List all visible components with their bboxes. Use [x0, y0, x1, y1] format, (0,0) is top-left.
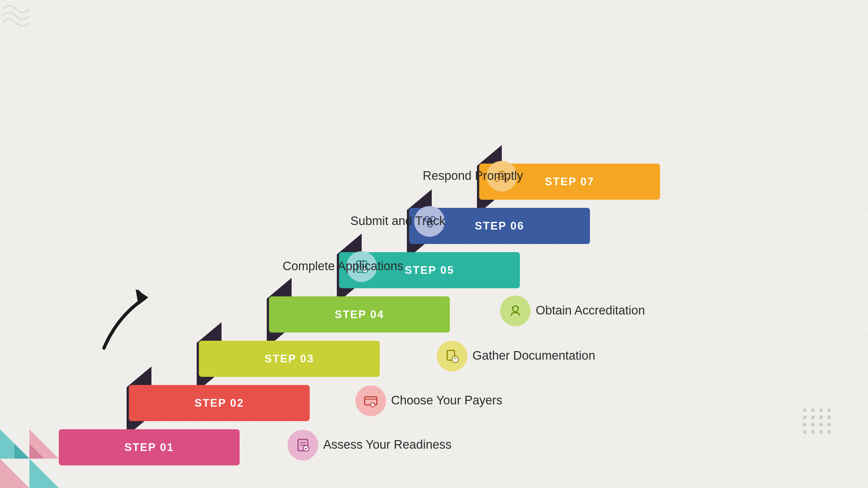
staircase-diagram: STEP 01STEP 02STEP 03STEP 04STEP 05STEP … — [59, 104, 827, 465]
svg-point-12 — [371, 403, 375, 407]
step-bar-2: STEP 02 — [129, 385, 310, 421]
step5-label: Complete Applications — [283, 259, 403, 273]
step1-icon-circle — [288, 430, 318, 460]
step2-icon-circle — [355, 385, 386, 416]
step3-icon-circle — [437, 341, 467, 371]
svg-marker-4 — [14, 444, 29, 459]
svg-marker-2 — [0, 459, 29, 488]
step1-label: Assess Your Readiness — [323, 438, 452, 452]
step-bar-1: STEP 01 — [59, 429, 240, 465]
step3-label: Gather Documentation — [472, 349, 595, 363]
step6-label: Submit and Track — [350, 214, 445, 228]
step-bar-3: STEP 03 — [199, 341, 380, 377]
step-bar-4: STEP 04 — [269, 296, 450, 333]
step2-label: Choose Your Payers — [391, 394, 502, 408]
svg-marker-3 — [29, 459, 59, 488]
deco-top-left — [0, 0, 36, 36]
svg-point-15 — [513, 306, 519, 312]
step4-label: Obtain Accreditation — [536, 304, 645, 318]
deco-triangles — [0, 429, 59, 488]
step4-icon-circle — [500, 296, 531, 326]
svg-point-14 — [452, 356, 458, 362]
step7-label: Respond Promptly — [423, 169, 523, 183]
